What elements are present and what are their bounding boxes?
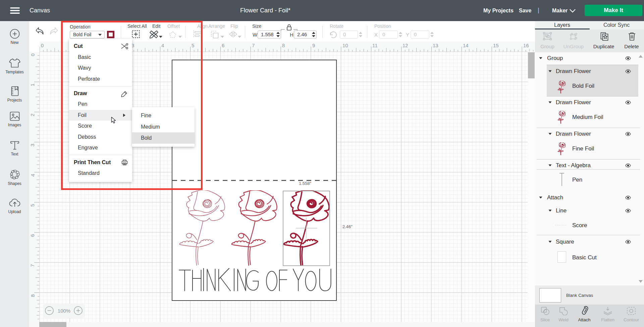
svg-text:4: 4	[30, 174, 36, 177]
svg-text:0: 0	[30, 53, 36, 56]
svg-text:8: 8	[30, 294, 36, 297]
svg-text:3: 3	[30, 144, 36, 146]
svg-text:6: 6	[30, 234, 36, 237]
svg-text:13: 13	[433, 43, 438, 48]
svg-text:14: 14	[463, 43, 469, 48]
svg-text:5: 5	[30, 204, 36, 207]
svg-text:11: 11	[372, 43, 378, 48]
svg-text:1: 1	[30, 83, 36, 86]
svg-text:7: 7	[30, 264, 36, 267]
svg-text:10: 10	[342, 43, 348, 48]
svg-text:8: 8	[282, 43, 285, 48]
svg-text:15: 15	[493, 43, 499, 48]
svg-text:9: 9	[312, 43, 315, 48]
svg-text:12: 12	[402, 43, 408, 48]
svg-text:7: 7	[252, 43, 255, 48]
svg-text:6: 6	[222, 43, 224, 48]
svg-text:0: 0	[41, 43, 44, 48]
svg-text:2: 2	[30, 114, 36, 116]
svg-text:16: 16	[523, 43, 529, 48]
